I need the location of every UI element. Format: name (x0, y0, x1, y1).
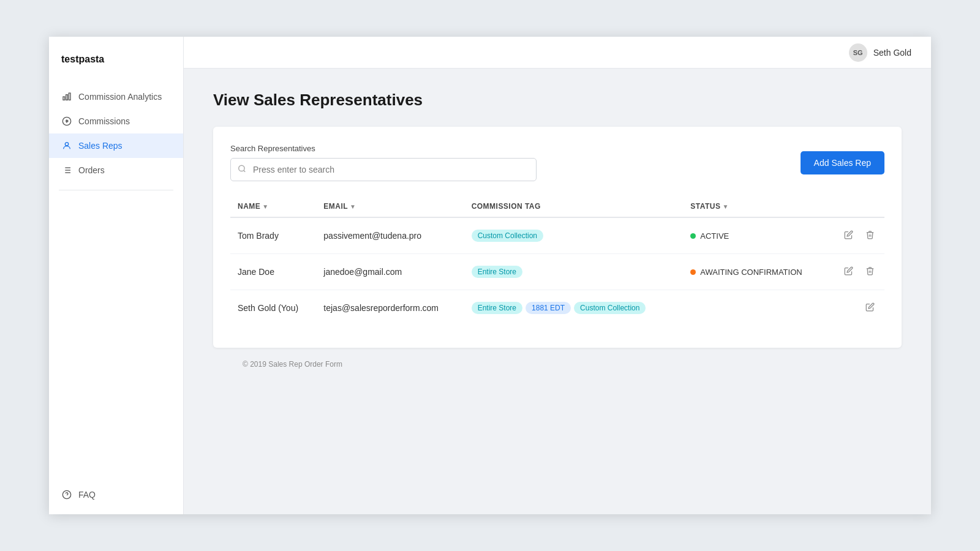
col-email: EMAIL▼ (316, 196, 464, 217)
sidebar-item-label: FAQ (78, 490, 96, 500)
col-name: NAME▼ (230, 196, 316, 217)
cell-commission-tag: Custom Collection (464, 217, 684, 254)
edit-button[interactable] (842, 228, 856, 244)
dollar-icon (61, 116, 72, 127)
status-dot (690, 233, 696, 239)
svg-line-15 (244, 170, 246, 172)
cell-commission-tag: Entire Store1881 EDTCustom Collection (464, 290, 684, 326)
page-body: View Sales Representatives Search Repres… (184, 69, 931, 514)
search-input[interactable] (230, 158, 537, 181)
add-sales-rep-button[interactable]: Add Sales Rep (801, 151, 884, 174)
sales-reps-table: NAME▼ EMAIL▼ COMMISSION TAG STATUS▼ (230, 196, 884, 326)
user-avatar: SG (849, 43, 867, 62)
cell-actions (827, 217, 885, 254)
delete-button[interactable] (863, 264, 877, 280)
cell-commission-tag: Entire Store (464, 254, 684, 290)
cell-name: Seth Gold (You) (230, 290, 316, 326)
commission-tag: Custom Collection (472, 230, 543, 242)
col-commission-tag: COMMISSION TAG (464, 196, 684, 217)
sidebar-item-label: Commission Analytics (78, 92, 162, 102)
status-dot (690, 269, 696, 275)
user-name: Seth Gold (873, 48, 911, 58)
sidebar-item-label: Sales Reps (78, 141, 123, 151)
sidebar-item-orders[interactable]: Orders (49, 158, 183, 182)
main-content: SG Seth Gold View Sales Representatives … (184, 37, 931, 514)
table-row: Tom Bradypassivement@tudena.proCustom Co… (230, 217, 884, 254)
status-text: AWAITING CONFIRMATION (700, 268, 802, 277)
cell-email: janedoe@gmail.com (316, 254, 464, 290)
cell-status: AWAITING CONFIRMATION (683, 254, 827, 290)
delete-button[interactable] (863, 228, 877, 244)
commission-tag: Entire Store (472, 302, 522, 314)
sidebar: testpasta Commission Analytics Commissio… (49, 37, 184, 514)
edit-button[interactable] (863, 300, 877, 316)
app-logo: testpasta (49, 37, 183, 80)
person-icon (61, 140, 72, 151)
search-section: Search Representatives (230, 144, 537, 181)
table-wrapper: NAME▼ EMAIL▼ COMMISSION TAG STATUS▼ (230, 196, 884, 326)
sidebar-item-sales-reps[interactable]: Sales Reps (49, 133, 183, 158)
cell-name: Jane Doe (230, 254, 316, 290)
sidebar-nav: Commission Analytics Commissions Sales R… (49, 80, 183, 203)
search-label: Search Representatives (230, 144, 537, 153)
commission-tag: Custom Collection (574, 302, 646, 314)
status-text: ACTIVE (700, 231, 729, 241)
cell-name: Tom Brady (230, 217, 316, 254)
edit-button[interactable] (842, 264, 856, 280)
commission-tag: 1881 EDT (526, 302, 571, 314)
sidebar-bottom: FAQ (49, 475, 183, 514)
svg-point-14 (239, 165, 244, 171)
sidebar-divider (59, 190, 173, 190)
svg-rect-2 (69, 93, 70, 100)
sidebar-item-faq[interactable]: FAQ (49, 482, 183, 507)
bar-chart-icon (61, 91, 72, 102)
footer-text: © 2019 Sales Rep Order Form (243, 360, 342, 369)
search-input-wrapper (230, 158, 537, 181)
col-status: STATUS▼ (683, 196, 827, 217)
svg-rect-0 (63, 97, 65, 100)
question-icon (61, 489, 72, 500)
cell-status: ACTIVE (683, 217, 827, 254)
commission-tag: Entire Store (472, 266, 522, 278)
col-actions (827, 196, 885, 217)
cell-actions (827, 290, 885, 326)
sidebar-item-commissions[interactable]: Commissions (49, 109, 183, 133)
page-title: View Sales Representatives (213, 91, 902, 110)
cell-status (683, 290, 827, 326)
table-row: Seth Gold (You)tejas@salesreporderform.c… (230, 290, 884, 326)
top-bar: SG Seth Gold (184, 37, 931, 69)
sidebar-item-label: Commissions (78, 116, 130, 126)
table-row: Jane Doejanedoe@gmail.comEntire StoreAWA… (230, 254, 884, 290)
footer: © 2019 Sales Rep Order Form (213, 348, 902, 381)
main-card: Search Representatives Add Sales Rep (213, 127, 902, 348)
sidebar-item-commission-analytics[interactable]: Commission Analytics (49, 84, 183, 109)
cell-actions (827, 254, 885, 290)
table-body: Tom Bradypassivement@tudena.proCustom Co… (230, 217, 884, 326)
table-header: NAME▼ EMAIL▼ COMMISSION TAG STATUS▼ (230, 196, 884, 217)
cell-email: passivement@tudena.pro (316, 217, 464, 254)
cell-email: tejas@salesreporderform.com (316, 290, 464, 326)
svg-rect-1 (66, 95, 68, 100)
search-row: Search Representatives Add Sales Rep (230, 144, 884, 181)
sidebar-item-label: Orders (78, 165, 105, 175)
list-icon (61, 165, 72, 176)
search-icon (238, 165, 246, 175)
svg-point-5 (65, 143, 68, 146)
